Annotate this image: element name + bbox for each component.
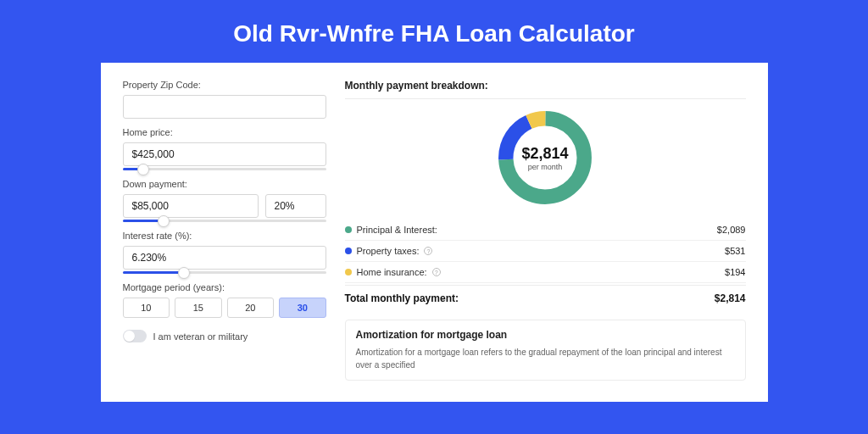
breakdown-value: $531 — [725, 246, 745, 256]
veteran-label: I am veteran or military — [153, 331, 248, 342]
interest-input[interactable] — [123, 246, 326, 270]
interest-label: Interest rate (%): — [123, 231, 326, 241]
zip-label: Property Zip Code: — [123, 80, 326, 90]
breakdown-row-insurance: Home insurance: ? $194 — [345, 262, 746, 283]
period-btn-30[interactable]: 30 — [279, 298, 326, 318]
amortization-card: Amortization for mortgage loan Amortizat… — [345, 320, 746, 381]
page-title: Old Rvr-Wnfre FHA Loan Calculator — [0, 0, 868, 63]
interest-slider-thumb[interactable] — [178, 267, 190, 279]
donut-chart-wrap: $2,814 per month — [345, 106, 746, 209]
breakdown-total-row: Total monthly payment: $2,814 — [345, 285, 746, 313]
zip-field: Property Zip Code: — [123, 80, 326, 119]
breakdown-panel: Monthly payment breakdown: $2,814 per mo… — [345, 80, 746, 381]
breakdown-row-taxes: Property taxes: ? $531 — [345, 241, 746, 262]
home-price-slider-thumb[interactable] — [137, 164, 149, 175]
down-payment-input[interactable] — [123, 194, 259, 218]
period-btn-10[interactable]: 10 — [123, 298, 170, 318]
period-label: Mortgage period (years): — [123, 282, 326, 292]
breakdown-label: Home insurance: — [357, 267, 427, 277]
donut-amount: $2,814 — [521, 145, 568, 163]
dot-insurance-icon — [345, 269, 352, 275]
veteran-toggle-knob — [124, 331, 135, 342]
home-price-label: Home price: — [123, 127, 326, 137]
breakdown-divider — [345, 98, 746, 99]
period-field: Mortgage period (years): 10 15 20 30 — [123, 282, 326, 318]
inputs-panel: Property Zip Code: Home price: Down paym… — [123, 80, 326, 381]
interest-slider[interactable] — [123, 271, 326, 274]
total-value: $2,814 — [715, 292, 746, 304]
down-payment-field: Down payment: — [123, 179, 326, 222]
donut-center: $2,814 per month — [521, 145, 568, 171]
total-label: Total monthly payment: — [345, 292, 459, 304]
dot-principal-icon — [345, 226, 352, 233]
info-icon[interactable]: ? — [432, 268, 441, 276]
period-btn-20[interactable]: 20 — [227, 298, 275, 318]
home-price-slider[interactable] — [123, 168, 326, 170]
calculator-container: Property Zip Code: Home price: Down paym… — [101, 63, 768, 402]
down-payment-slider-thumb[interactable] — [158, 215, 170, 227]
breakdown-value: $2,089 — [717, 225, 746, 235]
zip-input[interactable] — [123, 95, 326, 119]
dot-taxes-icon — [345, 248, 352, 254]
breakdown-row-principal: Principal & Interest: $2,089 — [345, 220, 746, 241]
veteran-toggle[interactable] — [123, 330, 147, 342]
breakdown-value: $194 — [725, 267, 745, 277]
veteran-toggle-row: I am veteran or military — [123, 330, 326, 342]
period-button-group: 10 15 20 30 — [123, 298, 326, 318]
breakdown-label: Principal & Interest: — [357, 225, 437, 235]
amortization-body: Amortization for a mortgage loan refers … — [356, 346, 735, 371]
breakdown-label: Property taxes: — [357, 246, 420, 256]
down-payment-slider[interactable] — [123, 220, 326, 222]
calculator-card: Property Zip Code: Home price: Down paym… — [101, 63, 768, 402]
info-icon[interactable]: ? — [424, 247, 432, 255]
interest-field: Interest rate (%): — [123, 231, 326, 274]
home-price-field: Home price: — [123, 127, 326, 170]
down-payment-pct-input[interactable] — [265, 194, 326, 218]
down-payment-label: Down payment: — [123, 179, 326, 189]
donut-sub: per month — [521, 163, 568, 171]
period-btn-15[interactable]: 15 — [175, 298, 222, 318]
home-price-input[interactable] — [123, 142, 326, 166]
breakdown-title: Monthly payment breakdown: — [345, 80, 746, 92]
amortization-title: Amortization for mortgage loan — [356, 329, 735, 341]
